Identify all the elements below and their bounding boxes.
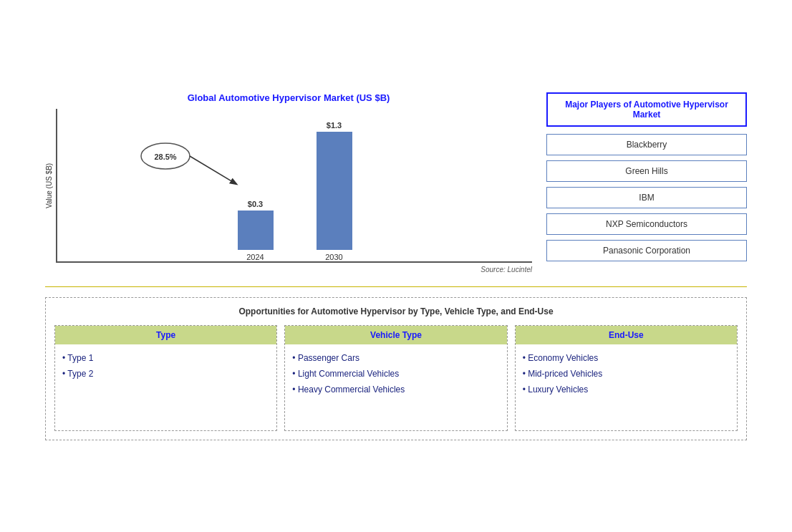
opp-col: TypeType 1Type 2 xyxy=(54,325,277,431)
opp-item: Type 1 xyxy=(62,353,269,363)
opportunities-section: Opportunities for Automotive Hypervisor … xyxy=(45,297,747,440)
bar-2024-year: 2024 xyxy=(246,253,264,261)
players-title: Major Players of Automotive Hypervisor M… xyxy=(546,92,747,127)
opp-item: Mid-priced Vehicles xyxy=(523,369,730,379)
opp-col-header: Type xyxy=(55,326,276,344)
players-list: BlackberryGreen HillsIBMNXP Semiconducto… xyxy=(546,134,747,261)
players-area: Major Players of Automotive Hypervisor M… xyxy=(546,92,747,274)
opp-item: Passenger Cars xyxy=(292,353,499,363)
opp-col-header: End-Use xyxy=(516,326,737,344)
bar-2030-year: 2030 xyxy=(325,253,342,261)
player-item: NXP Semiconductors xyxy=(546,213,747,235)
chart-area: Global Automotive Hypervisor Market (US … xyxy=(45,92,532,274)
cagr-annotation: 28.5% xyxy=(143,145,258,205)
bar-chart: $0.3 2024 $1.3 2030 xyxy=(56,109,532,263)
opp-item: Heavy Commercial Vehicles xyxy=(292,385,499,395)
bar-2030-value: $1.3 xyxy=(327,121,342,130)
opp-title: Opportunities for Automotive Hypervisor … xyxy=(54,306,738,316)
opp-col-header: Vehicle Type xyxy=(285,326,506,344)
source-text: Source: Lucintel xyxy=(45,266,532,274)
svg-text:28.5%: 28.5% xyxy=(154,153,176,161)
opp-col: End-UseEconomy VehiclesMid-priced Vehicl… xyxy=(515,325,738,431)
bar-2030: $1.3 2030 xyxy=(317,121,352,261)
bar-2024-bar xyxy=(238,211,274,250)
opp-col-body: Type 1Type 2 xyxy=(55,344,276,430)
bar-2024: $0.3 2024 xyxy=(238,200,274,261)
bar-2030-bar xyxy=(317,132,352,250)
player-item: Blackberry xyxy=(546,134,747,155)
opp-item: Economy Vehicles xyxy=(523,353,730,363)
opp-col: Vehicle TypePassenger CarsLight Commerci… xyxy=(284,325,507,431)
opp-columns: TypeType 1Type 2Vehicle TypePassenger Ca… xyxy=(54,325,738,431)
opp-item: Light Commercial Vehicles xyxy=(292,369,499,379)
chart-title: Global Automotive Hypervisor Market (US … xyxy=(45,92,532,103)
divider xyxy=(45,286,747,287)
y-axis-label: Value (US $B) xyxy=(45,109,53,263)
player-item: Green Hills xyxy=(546,160,747,182)
opp-col-body: Passenger CarsLight Commercial VehiclesH… xyxy=(285,344,506,430)
opp-item: Type 2 xyxy=(62,369,269,379)
opp-col-body: Economy VehiclesMid-priced VehiclesLuxur… xyxy=(516,344,737,430)
opp-item: Luxury Vehicles xyxy=(523,385,730,395)
player-item: IBM xyxy=(546,187,747,208)
svg-line-2 xyxy=(190,156,236,184)
player-item: Panasonic Corporation xyxy=(546,240,747,261)
